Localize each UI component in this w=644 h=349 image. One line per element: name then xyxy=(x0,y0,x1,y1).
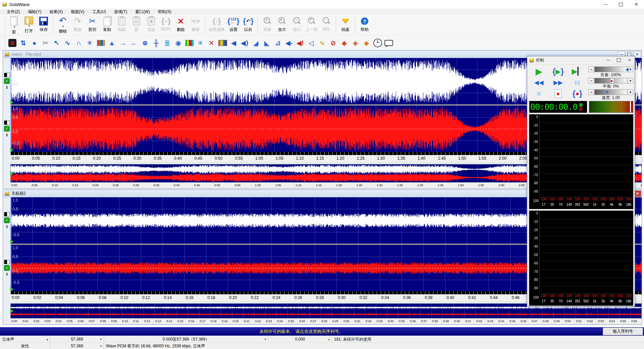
balance-slider[interactable]: −▶+ xyxy=(588,78,633,84)
minimize-button[interactable] xyxy=(598,0,613,9)
clock-icon[interactable] xyxy=(372,38,383,48)
balance-slider-track[interactable]: ▶ xyxy=(594,78,627,84)
license-message[interactable]: 未经许可的版本。 请点击这里购买序列号。 xyxy=(0,329,603,335)
fade-in-ramp-icon[interactable]: ◢ xyxy=(250,38,261,48)
fast-forward-button[interactable]: ▶▶ xyxy=(548,77,568,88)
new-button[interactable]: ▼新 xyxy=(7,15,21,34)
close-button[interactable]: ✕ xyxy=(629,0,644,9)
status-length[interactable]: 57.369▼ xyxy=(50,336,104,343)
preset-diamond-right-icon[interactable]: ◆ xyxy=(361,38,372,48)
doppler-sphere-icon[interactable]: ● xyxy=(29,38,40,48)
selection-start-marker-icon[interactable] xyxy=(10,100,13,104)
spectrum-grid-icon[interactable] xyxy=(184,38,195,48)
cut-marks-icon[interactable]: ✂ xyxy=(40,38,51,48)
help-button[interactable]: ?帮助 xyxy=(357,15,372,34)
volume-up-down-arrows-icon[interactable]: ⇅ xyxy=(18,38,29,48)
menu-item-5[interactable]: 选项(T) xyxy=(110,9,131,15)
channel-1-checkbox[interactable]: ✓ xyxy=(4,78,10,84)
previous-selection-button[interactable]: {↶}以前 xyxy=(241,15,256,34)
record-selection-button[interactable]: {●} xyxy=(568,88,587,99)
speaker-pair-icon[interactable]: ◀⟩ xyxy=(239,38,250,48)
silence-snowflake-icon[interactable]: ✳ xyxy=(195,38,206,48)
cue-points-button[interactable]: 线索 xyxy=(338,15,353,34)
maximize-sphere-arrows-icon[interactable]: ⊕ xyxy=(140,38,151,48)
control-minimize-button[interactable] xyxy=(604,57,612,63)
zoom-in-button[interactable]: +放大 xyxy=(275,15,289,34)
menu-item-7[interactable]: 帮助(S) xyxy=(154,9,175,15)
maximize-button[interactable] xyxy=(613,0,629,9)
dropdown-caret-icon[interactable]: ▼ xyxy=(28,24,31,28)
silence-forbidden-icon[interactable]: ⊘ xyxy=(328,38,339,48)
volume-slider-thumb[interactable]: ◀ xyxy=(625,67,629,72)
license-bar[interactable]: 未经许可的版本。 请点击这里购买序列号。 输入序列号 xyxy=(0,327,644,336)
status-selection[interactable]: 0.000至57.369（57.369）▼ xyxy=(104,336,268,343)
menu-item-6[interactable]: 窗口(W) xyxy=(131,9,154,15)
channel-1-checkbox[interactable]: ✓ xyxy=(4,217,10,223)
balance-slider-thumb[interactable]: ▶ xyxy=(610,78,614,83)
selection-start-marker-icon[interactable] xyxy=(10,148,13,152)
channel-2-checkbox[interactable]: ✓ xyxy=(4,126,10,132)
toolbar-drag-handle[interactable] xyxy=(4,16,6,34)
preset-diamond-pair-icon[interactable]: ◈ xyxy=(350,38,361,48)
play-to-end-button[interactable]: ▶▎ xyxy=(568,66,587,77)
time-warp-path-icon[interactable]: ∿ xyxy=(317,38,328,48)
playback-rate-bars-icon[interactable]: ≣ xyxy=(162,38,173,48)
smoother-sphere-icon[interactable]: ◉ xyxy=(173,38,184,48)
offset-right-arrow-icon[interactable]: → xyxy=(117,38,128,48)
cut-button[interactable]: ✂剪切 xyxy=(85,15,100,34)
speech-bubble-icon[interactable] xyxy=(383,38,394,48)
play-selection-button[interactable]: {▶} xyxy=(548,66,568,77)
speaker-small-icon[interactable]: ◁ xyxy=(306,38,317,48)
device-controls-icon[interactable]: ⊘ xyxy=(7,38,18,48)
overview-position-marker-icon[interactable] xyxy=(10,309,13,313)
noise-x-marker-icon[interactable]: ✕ xyxy=(206,38,217,48)
pitch-pointer-icon[interactable]: ▲ xyxy=(106,38,117,48)
speaker-minus-icon[interactable]: ◀- xyxy=(283,38,294,48)
expression-chart-icon[interactable] xyxy=(95,38,106,48)
menu-item-0[interactable]: 文件(Z) xyxy=(3,9,24,15)
menu-item-1[interactable]: 编辑(Y) xyxy=(24,9,45,15)
open-button[interactable]: ▼打开 xyxy=(21,15,36,34)
save-button[interactable]: 保存 xyxy=(36,15,51,34)
status-channel-mode[interactable]: 立体声▲ xyxy=(0,336,50,343)
balance-increase-button[interactable]: + xyxy=(628,78,633,84)
copy-button[interactable]: 复制 xyxy=(100,15,114,34)
speed-slider[interactable]: −×+ xyxy=(588,89,633,95)
selection-start-marker-icon[interactable] xyxy=(10,287,13,291)
volume-decrease-button[interactable]: − xyxy=(588,66,594,72)
dropdown-icon[interactable]: ▼ xyxy=(100,345,102,348)
dropdown-icon[interactable]: ▼ xyxy=(264,338,267,341)
dropdown-caret-icon[interactable]: ▼ xyxy=(13,26,16,29)
control-close-button[interactable]: ✕ xyxy=(626,57,633,63)
control-maximize-button[interactable] xyxy=(615,57,623,63)
enter-serial-button[interactable]: 输入序列号 xyxy=(603,328,643,335)
set-selection-button[interactable]: {123···}设置 xyxy=(226,15,241,34)
toolbar-drag-handle[interactable] xyxy=(4,35,6,52)
rewind-button[interactable]: ◀◀ xyxy=(529,77,548,88)
delete-button[interactable]: ×删除 xyxy=(173,15,188,34)
preset-diamond-left-icon[interactable]: ◆ xyxy=(339,38,350,48)
shape-volume-rainbow-icon[interactable] xyxy=(217,38,228,48)
reverse-loop-icon[interactable]: ∩ xyxy=(73,38,84,48)
status-position[interactable]: 0.000▲ xyxy=(268,336,332,343)
flanger-wave-icon[interactable]: ∿ xyxy=(62,38,73,48)
spinner-up-icon[interactable]: ▲ xyxy=(328,338,330,341)
menu-item-3[interactable]: 视图(V) xyxy=(67,9,88,15)
speaker-left-icon[interactable]: ◀ xyxy=(228,38,239,48)
parametric-eq-bars-icon[interactable]: ╫ xyxy=(151,38,162,48)
volume-slider[interactable]: −◀+ xyxy=(588,66,633,72)
channel-2-checkbox[interactable]: ✓ xyxy=(4,265,10,271)
dropdown-icon[interactable]: ▼ xyxy=(100,338,102,341)
menu-item-2[interactable]: 效果(X) xyxy=(45,9,67,15)
menu-item-4[interactable]: 工具(U) xyxy=(88,9,110,15)
mechanize-gear-icon[interactable]: ✳ xyxy=(84,38,95,48)
speed-slider-thumb[interactable]: × xyxy=(606,90,609,95)
offset-left-arrow-icon[interactable]: ← xyxy=(128,38,140,48)
speed-slider-track[interactable]: × xyxy=(594,89,627,95)
speed-decrease-button[interactable]: − xyxy=(588,89,594,95)
fade-out-ramp-icon[interactable]: ◣ xyxy=(261,38,272,48)
status-length-2[interactable]: 57.369▼ xyxy=(50,343,104,349)
play-button[interactable]: ▶ xyxy=(529,66,548,77)
speed-increase-button[interactable]: + xyxy=(628,89,633,95)
volume-slider-track[interactable]: ◀ xyxy=(594,66,627,72)
